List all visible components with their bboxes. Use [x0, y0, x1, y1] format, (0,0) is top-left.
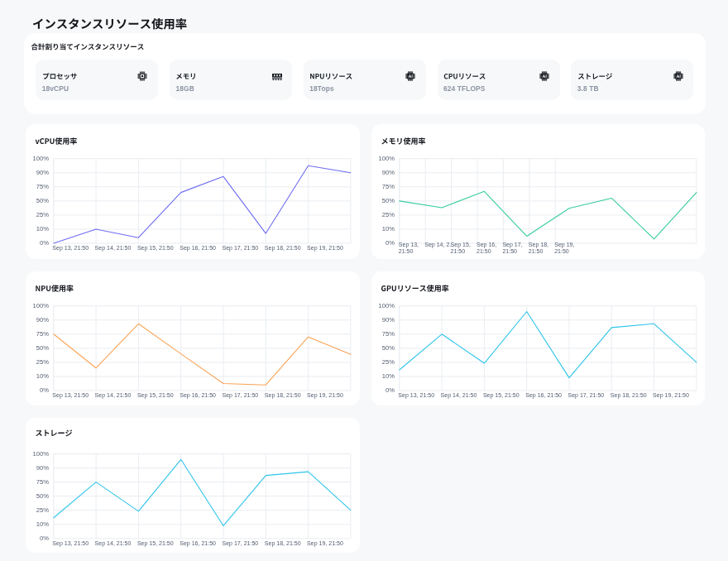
svg-text:90%: 90% [36, 464, 49, 472]
svg-text:10%: 10% [36, 372, 49, 380]
svg-text:Sep 17,: Sep 17, [503, 242, 523, 249]
svg-text:21:50: 21:50 [399, 249, 414, 255]
svg-text:25%: 25% [36, 212, 49, 219]
svg-text:75%: 75% [36, 183, 49, 190]
svg-text:25%: 25% [382, 358, 395, 366]
svg-text:Sep 14, 21:50: Sep 14, 21:50 [441, 392, 477, 399]
svg-text:10%: 10% [382, 372, 395, 380]
svg-text:90%: 90% [36, 316, 49, 324]
svg-text:100%: 100% [379, 302, 395, 309]
svg-text:Sep 18, 21:50: Sep 18, 21:50 [611, 392, 647, 399]
svg-text:Sep 14, 21:50: Sep 14, 21:50 [94, 540, 131, 547]
svg-text:100%: 100% [32, 302, 49, 309]
svg-text:90%: 90% [382, 169, 395, 176]
svg-text:0%: 0% [386, 240, 395, 247]
svg-text:10%: 10% [382, 226, 395, 233]
svg-text:Sep 14, 21:50: Sep 14, 21:50 [94, 245, 131, 252]
svg-text:Sep 16,: Sep 16, [477, 242, 496, 249]
svg-text:Sep 13,: Sep 13, [399, 242, 419, 249]
svg-text:90%: 90% [36, 169, 49, 176]
svg-text:10%: 10% [36, 226, 49, 233]
svg-text:100%: 100% [32, 450, 49, 458]
svg-text:Sep 15, 21:50: Sep 15, 21:50 [137, 245, 174, 252]
svg-text:Sep 19, 21:50: Sep 19, 21:50 [307, 392, 343, 399]
svg-text:75%: 75% [36, 330, 49, 338]
svg-text:Sep 16, 21:50: Sep 16, 21:50 [180, 245, 216, 252]
svg-text:Sep 13, 21:50: Sep 13, 21:50 [52, 392, 89, 399]
svg-text:50%: 50% [36, 492, 49, 500]
svg-text:90%: 90% [382, 316, 395, 324]
svg-text:21:50: 21:50 [555, 249, 570, 255]
svg-text:0%: 0% [40, 386, 49, 394]
svg-text:21:50: 21:50 [503, 249, 518, 255]
svg-text:21:50: 21:50 [477, 249, 491, 255]
svg-text:50%: 50% [36, 344, 49, 352]
svg-text:Sep 16, 21:50: Sep 16, 21:50 [180, 540, 216, 547]
svg-text:Sep 19, 21:50: Sep 19, 21:50 [653, 392, 689, 399]
svg-text:21:50: 21:50 [529, 249, 544, 255]
svg-text:Sep 16, 21:50: Sep 16, 21:50 [526, 392, 563, 399]
svg-text:50%: 50% [36, 198, 49, 205]
svg-text:10%: 10% [36, 520, 49, 528]
svg-text:50%: 50% [382, 344, 395, 352]
svg-text:Sep 13, 21:50: Sep 13, 21:50 [52, 245, 89, 252]
svg-text:Sep 18, 21:50: Sep 18, 21:50 [264, 245, 300, 252]
svg-text:Sep 15, 21:50: Sep 15, 21:50 [137, 392, 174, 399]
svg-text:Sep 18,: Sep 18, [529, 242, 548, 249]
svg-text:0%: 0% [40, 240, 49, 247]
svg-text:Sep 17, 21:50: Sep 17, 21:50 [222, 245, 258, 252]
svg-text:Sep 16, 21:50: Sep 16, 21:50 [180, 392, 216, 399]
svg-text:100%: 100% [379, 155, 395, 162]
svg-text:75%: 75% [382, 183, 395, 190]
svg-text:21:50: 21:50 [451, 249, 466, 255]
svg-text:Sep 18, 21:50: Sep 18, 21:50 [264, 540, 300, 547]
svg-text:0%: 0% [386, 386, 395, 394]
svg-text:Sep 15,: Sep 15, [451, 242, 471, 249]
svg-text:Sep 13, 21:50: Sep 13, 21:50 [52, 540, 89, 547]
svg-text:Sep 19, 21:50: Sep 19, 21:50 [307, 245, 343, 252]
svg-text:Sep 17, 21:50: Sep 17, 21:50 [222, 392, 258, 399]
svg-text:Sep 19,: Sep 19, [555, 242, 575, 249]
svg-text:50%: 50% [382, 198, 395, 205]
svg-text:25%: 25% [382, 212, 395, 219]
svg-text:0%: 0% [40, 535, 49, 542]
svg-text:Sep 17, 21:50: Sep 17, 21:50 [222, 540, 258, 547]
svg-text:Sep 18, 21:50: Sep 18, 21:50 [264, 392, 300, 399]
svg-text:100%: 100% [32, 155, 49, 162]
svg-text:Sep 17, 21:50: Sep 17, 21:50 [568, 392, 605, 399]
svg-text:Sep 14, 21:50: Sep 14, 21:50 [94, 392, 131, 399]
svg-text:Sep 13, 21:50: Sep 13, 21:50 [399, 392, 435, 399]
svg-text:75%: 75% [36, 478, 49, 486]
svg-text:25%: 25% [36, 506, 49, 514]
svg-text:75%: 75% [382, 330, 395, 338]
svg-text:Sep 15, 21:50: Sep 15, 21:50 [483, 392, 520, 399]
svg-text:Sep 15, 21:50: Sep 15, 21:50 [137, 540, 174, 547]
svg-text:25%: 25% [36, 358, 49, 366]
svg-text:Sep 19, 21:50: Sep 19, 21:50 [307, 540, 343, 547]
